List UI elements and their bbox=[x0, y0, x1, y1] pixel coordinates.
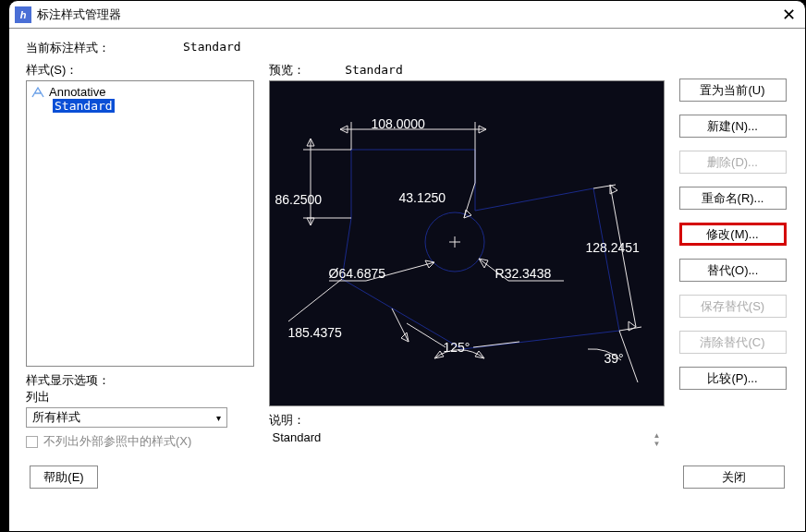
current-style-label: 当前标注样式： bbox=[26, 40, 183, 56]
dim-top: 108.0000 bbox=[372, 116, 425, 131]
current-style-value: Standard bbox=[183, 40, 241, 56]
dimension-style-dialog: h 标注样式管理器 ✕ 当前标注样式： Standard 样式(S)： Anno… bbox=[8, 0, 806, 532]
dim-dia: Ø64.6875 bbox=[329, 266, 386, 281]
desc-value: Standard bbox=[273, 430, 322, 444]
dim-right: 128.2451 bbox=[586, 240, 640, 255]
desc-spinner[interactable]: ▲▼ bbox=[653, 432, 661, 447]
annotative-icon bbox=[31, 86, 45, 99]
dim-ang2: 39° bbox=[604, 351, 624, 366]
dim-ang1: 125° bbox=[444, 340, 470, 355]
rename-button[interactable]: 重命名(R)... bbox=[679, 187, 787, 210]
filter-group-label: 样式显示选项： bbox=[26, 372, 254, 389]
list-item-standard[interactable]: Standard bbox=[53, 99, 115, 113]
titlebar: h 标注样式管理器 ✕ bbox=[9, 1, 805, 29]
dim-rtext: 43.1250 bbox=[399, 190, 446, 205]
style-list[interactable]: Annotative Standard bbox=[26, 80, 254, 367]
svg-line-18 bbox=[473, 342, 519, 347]
chevron-down-icon: ▾ bbox=[216, 413, 221, 423]
window-title: 标注样式管理器 bbox=[37, 6, 777, 23]
svg-line-17 bbox=[407, 323, 446, 347]
hide-xref-checkbox[interactable]: 不列出外部参照中的样式(X) bbox=[26, 433, 254, 450]
preview-value: Standard bbox=[345, 63, 403, 77]
new-button[interactable]: 新建(N)... bbox=[679, 115, 787, 138]
save-override-button: 保存替代(S) bbox=[679, 295, 787, 318]
close-button[interactable]: 关闭 bbox=[683, 466, 785, 489]
close-icon[interactable]: ✕ bbox=[777, 5, 800, 25]
filter-select[interactable]: 所有样式 ▾ bbox=[26, 407, 227, 428]
override-button[interactable]: 替代(O)... bbox=[679, 259, 787, 282]
dim-left: 86.2500 bbox=[275, 192, 323, 207]
compare-button[interactable]: 比较(P)... bbox=[679, 367, 787, 390]
filter-value: 所有样式 bbox=[32, 409, 80, 426]
set-current-button[interactable]: 置为当前(U) bbox=[679, 79, 787, 102]
list-item-annotative[interactable]: Annotative bbox=[31, 85, 250, 99]
preview-label: 预览： bbox=[269, 63, 305, 77]
dim-rad: R32.3438 bbox=[495, 266, 552, 281]
checkbox-icon bbox=[26, 436, 38, 448]
dim-bl: 185.4375 bbox=[288, 325, 342, 340]
desc-box: Standard ▲▼ bbox=[269, 429, 665, 460]
list-item-label: Annotative bbox=[49, 85, 105, 99]
modify-button[interactable]: 修改(M)... bbox=[679, 223, 787, 246]
desc-label: 说明： bbox=[269, 412, 665, 429]
hide-xref-label: 不列出外部参照中的样式(X) bbox=[43, 433, 191, 450]
app-icon: h bbox=[15, 6, 31, 23]
delete-button: 删除(D)... bbox=[679, 151, 787, 174]
filter-sub-label: 列出 bbox=[26, 389, 254, 405]
styles-label: 样式(S)： bbox=[26, 62, 254, 79]
preview-canvas: 108.0000 86.2500 43.1250 Ø64.6875 R32.34… bbox=[269, 80, 665, 406]
help-button[interactable]: 帮助(E) bbox=[30, 466, 98, 489]
svg-line-8 bbox=[610, 185, 636, 327]
svg-line-15 bbox=[288, 279, 342, 321]
clear-override-button: 清除替代(C) bbox=[679, 331, 787, 354]
